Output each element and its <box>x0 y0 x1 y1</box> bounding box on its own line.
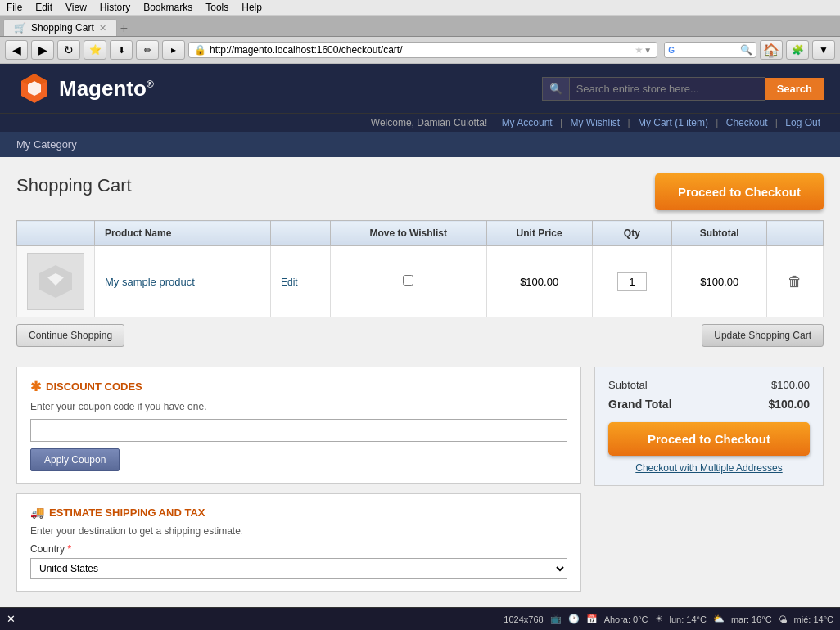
product-image-placeholder <box>27 253 84 310</box>
page-content: Magento® 🔍 Search Welcome, Damián Culott… <box>0 64 840 616</box>
menu-edit[interactable]: Edit <box>35 2 52 13</box>
shipping-title: 🚚 ESTIMATE SHIPPING AND TAX <box>30 506 567 519</box>
url-input[interactable] <box>210 44 635 56</box>
product-name-link[interactable]: My sample product <box>105 276 195 288</box>
qty-input[interactable] <box>617 272 647 291</box>
delete-item-button[interactable]: 🗑 <box>788 273 802 290</box>
menu-history[interactable]: History <box>100 2 130 13</box>
nav-refresh-button[interactable]: ↻ <box>57 40 80 60</box>
delete-cell: 🗑 <box>767 246 824 317</box>
checkout-button-bottom[interactable]: Proceed to Checkout <box>608 422 810 456</box>
main-content: Shopping Cart Proceed to Checkout Produc… <box>0 157 840 608</box>
nav-edit-button[interactable]: ✏ <box>136 40 159 60</box>
screen-icon: 📺 <box>550 614 562 624</box>
cart-table-header-row: Product Name Move to Wishlist Unit Price… <box>17 221 824 246</box>
new-tab-button[interactable]: + <box>120 21 128 36</box>
calendar-icon: 📅 <box>586 614 598 624</box>
product-image-cell <box>17 246 95 317</box>
partly-cloudy-icon: 🌤 <box>779 614 788 624</box>
grand-total-amount: $100.00 <box>768 398 810 411</box>
browser-menu-button[interactable]: ▼ <box>812 40 835 60</box>
browser-tab-active[interactable]: 🛒 Shopping Cart ✕ <box>3 19 117 36</box>
bookmark-star-icon[interactable]: ★ <box>635 44 644 56</box>
search-magnifier-icon: 🔍 <box>542 77 569 101</box>
taskbar-close-icon[interactable]: ✕ <box>7 613 16 625</box>
menu-view[interactable]: View <box>65 2 87 13</box>
table-row: My sample product Edit $100.00 <box>17 246 824 317</box>
shipping-title-text: ESTIMATE SHIPPING AND TAX <box>49 506 205 519</box>
tab-title: Shopping Cart <box>31 22 94 34</box>
col-image <box>17 221 95 246</box>
browser-menubar: File Edit View History Bookmarks Tools H… <box>0 0 840 16</box>
tab-close-icon[interactable]: ✕ <box>99 23 106 34</box>
col-unit-price: Unit Price <box>486 221 592 246</box>
my-cart-link[interactable]: My Cart (1 item) <box>638 117 708 128</box>
menu-tools[interactable]: Tools <box>205 2 228 13</box>
col-subtotal: Subtotal <box>671 221 766 246</box>
apply-coupon-button[interactable]: Apply Coupon <box>30 448 120 471</box>
google-search-input[interactable] <box>675 44 740 56</box>
nav-download-button[interactable]: ⬇ <box>110 40 133 60</box>
resolution-info: 1024x768 <box>504 614 543 624</box>
home-button[interactable]: 🏠 <box>760 40 783 60</box>
nav-category-link[interactable]: My Category <box>16 138 77 151</box>
asterisk-icon: ✱ <box>30 379 41 394</box>
store-search-button[interactable]: Search <box>765 78 824 100</box>
logout-link[interactable]: Log Out <box>785 117 820 128</box>
google-search-button[interactable]: 🔍 <box>740 44 752 56</box>
col-actions <box>767 221 824 246</box>
dropdown-icon[interactable]: ▼ <box>644 46 652 55</box>
product-placeholder-icon <box>35 261 76 302</box>
qty-cell <box>592 246 671 317</box>
security-icon: 🔒 <box>194 44 206 56</box>
weather-wed: mié: 14°C <box>794 614 833 624</box>
nav-flash-button[interactable]: ▸ <box>162 40 185 60</box>
subtotal-amount: $100.00 <box>771 379 810 391</box>
browser-toolbar: ◀ ▶ ↻ ⭐ ⬇ ✏ ▸ 🔒 ★ ▼ G 🔍 🏠 🧩 ▼ <box>0 37 840 64</box>
extensions-button[interactable]: 🧩 <box>786 40 809 60</box>
store-search-input[interactable] <box>569 77 765 101</box>
logo-area: Magento® <box>16 70 154 106</box>
nav-bookmark-button[interactable]: ⭐ <box>84 40 106 60</box>
checkout-button-top[interactable]: Proceed to Checkout <box>655 173 824 210</box>
menu-file[interactable]: File <box>7 2 22 13</box>
wishlist-checkbox[interactable] <box>403 275 413 286</box>
nav-forward-button[interactable]: ▶ <box>31 40 54 60</box>
continue-shopping-button[interactable]: Continue Shopping <box>16 324 124 347</box>
bottom-row: ✱ DISCOUNT CODES Enter your coupon code … <box>16 367 824 592</box>
google-logo: G <box>668 46 675 55</box>
unit-price-cell: $100.00 <box>486 246 592 317</box>
checkout-link[interactable]: Checkout <box>726 117 768 128</box>
menu-help[interactable]: Help <box>242 2 262 13</box>
discount-title: ✱ DISCOUNT CODES <box>30 379 567 394</box>
shipping-panel: 🚚 ESTIMATE SHIPPING AND TAX Enter your d… <box>16 493 581 592</box>
required-star: * <box>67 543 71 555</box>
page-title: Shopping Cart <box>16 175 132 196</box>
nav-back-button[interactable]: ◀ <box>5 40 28 60</box>
logo-text: Magento® <box>59 76 154 101</box>
weather-mon: lun: 14°C <box>670 614 707 624</box>
truck-icon: 🚚 <box>30 506 44 519</box>
coupon-input[interactable] <box>30 419 567 442</box>
country-select[interactable]: United StatesUnited KingdomCanadaAustral… <box>30 558 567 579</box>
edit-link[interactable]: Edit <box>281 277 298 288</box>
col-wishlist: Move to Wishlist <box>330 221 486 246</box>
discount-title-text: DISCOUNT CODES <box>46 380 142 393</box>
menu-bookmarks[interactable]: Bookmarks <box>143 2 192 13</box>
subtotal-cell: $100.00 <box>671 246 766 317</box>
multi-checkout-link[interactable]: Checkout with Multiple Addresses <box>608 462 810 474</box>
weather-tue: mar: 16°C <box>731 614 772 624</box>
tab-bar: 🛒 Shopping Cart ✕ + <box>0 16 840 37</box>
col-product-name: Product Name <box>95 221 271 246</box>
update-cart-button[interactable]: Update Shopping Cart <box>702 324 824 347</box>
my-wishlist-link[interactable]: My Wishlist <box>570 117 620 128</box>
subtotal-label: Subtotal <box>608 379 648 391</box>
url-bar: 🔒 ★ ▼ <box>188 42 657 58</box>
my-account-link[interactable]: My Account <box>502 117 553 128</box>
pipe4: | <box>775 117 778 128</box>
google-search-bar: G 🔍 <box>664 42 756 58</box>
site-header: Magento® 🔍 Search Welcome, Damián Culott… <box>0 64 840 157</box>
cloud-icon: ⛅ <box>713 614 725 624</box>
col-edit <box>271 221 331 246</box>
shipping-description: Enter your destination to get a shipping… <box>30 525 567 537</box>
